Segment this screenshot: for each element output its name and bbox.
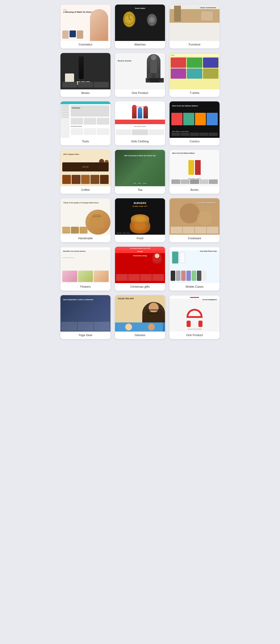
watch-big (123, 11, 135, 27)
phone-7 (202, 270, 207, 281)
coffee-prod-1 (62, 175, 71, 184)
coffee-mid: SHOP NOW (62, 162, 109, 172)
card-tools[interactable]: Chainsaws FEATURED BRANDS Tools (60, 102, 110, 145)
headphones-subtitle-text: Superior Sound Quality (188, 328, 202, 330)
food-headline-line2: IN NEW YORK CITY (132, 206, 147, 207)
card-books-light[interactable]: More from the Wokiee Editors Best seller… (170, 150, 220, 194)
xmas-santa (153, 252, 162, 264)
cw-cell-4 (207, 227, 218, 234)
watches-headline: Swiss Made (135, 7, 145, 9)
tshirts-nav (170, 54, 220, 56)
book-small-5 (209, 180, 218, 184)
hp-ear-right (198, 321, 203, 327)
card-tea[interactable]: We're Excited to Offer the Finest Tea Te… (115, 150, 165, 194)
handmade-label: Handmade (60, 235, 110, 242)
bd-item-1 (62, 82, 77, 88)
product-grid: wokiee A Blessing of Water for Every Ski… (60, 4, 220, 339)
svg-point-17 (125, 324, 132, 330)
nav-dot-2 (172, 55, 173, 56)
cw-cell-3 (195, 227, 206, 234)
preview-tea: We're Excited to Offer the Finest Tea Te… (115, 150, 165, 186)
tool-cell-1 (71, 118, 83, 124)
yoga-prod-3 (94, 322, 110, 331)
scooter-body (146, 78, 164, 82)
hp-arc (187, 309, 203, 318)
coffee-bar-text: SHOP NOW (82, 166, 89, 168)
headphones-headline: On-ear Headphone (203, 298, 217, 300)
food-label: Food (115, 235, 165, 242)
card-watches[interactable]: Swiss Made Watches (115, 4, 165, 48)
bd-item-2 (78, 82, 93, 88)
santa-face (155, 254, 159, 258)
tools-header (60, 102, 110, 104)
card-headphones[interactable]: On-ear Headphone Superior Sound Quality … (170, 295, 220, 339)
xmas-title: Christmas Shop (133, 255, 147, 257)
burger-image (130, 218, 150, 234)
tea-headline-text: We're Excited to Offer the Finest Tea (124, 155, 156, 157)
card-handmade[interactable]: Tribute to the quality of everyday leath… (60, 198, 110, 242)
coffee-prod-2 (72, 175, 80, 184)
tshirt-cell-1 (171, 58, 186, 68)
kids-price: Denim from $9.99 (134, 106, 146, 107)
headphones-nav (170, 296, 220, 298)
chainsaws-label: Chainsaws (72, 107, 80, 109)
coffee-headline: 100% Original Coffee (63, 153, 79, 155)
preview-furniture: Classic Scandinavian (170, 4, 220, 41)
card-christmas[interactable]: Free standard shipping orders of $65 WOK… (115, 247, 165, 290)
books-dark-bottom (62, 82, 109, 88)
card-scooter[interactable]: Electric Scooter One Product (115, 53, 165, 97)
preview-yoga: New Inspiration, Colors, Collection (60, 295, 110, 332)
tea-tag-3: Waves (143, 182, 147, 184)
card-comics[interactable]: More from the Wokiee Editors Best seller… (170, 102, 220, 145)
card-furniture[interactable]: Classic Scandinavian Furniture (170, 4, 220, 48)
handmade-image (85, 210, 110, 235)
phone-6 (197, 270, 201, 281)
card-glasses[interactable]: SALES 70% OFF Glasses (115, 295, 165, 339)
card-mobile[interactable]: Your Ideal Phone Case Mobile Cases (170, 247, 220, 290)
card-kids[interactable]: Denim from $9.99 Best Sellers from $5.99… (115, 102, 165, 145)
tool-cell-3 (97, 118, 109, 124)
card-yoga[interactable]: New Inspiration, Colors, Collection Yoga… (60, 295, 110, 339)
phone-4 (186, 270, 191, 281)
tools-sidebar-item-5 (61, 114, 69, 116)
card-books-dark[interactable]: Books (60, 53, 110, 97)
card-food[interactable]: BURGERS IN NEW YORK CITY Open Hours Loca… (115, 198, 165, 242)
headphones-subtitle: Superior Sound Quality (188, 328, 202, 330)
coffee-label: Coffee (60, 186, 110, 194)
nav-dot-1 (171, 55, 172, 56)
furniture-item1 (174, 6, 181, 22)
cosmetics-product-2 (69, 30, 76, 37)
tools-sidebar-item-6 (61, 116, 69, 118)
kids-prod-2 (132, 130, 148, 135)
food-info-3: Phone (127, 232, 130, 234)
flowers-nav (60, 248, 110, 250)
comics-subtitle-text: Best sellers in comic books (172, 131, 189, 132)
card-coffee[interactable]: 100% Original Coffee SHOP NOW Coffee (60, 150, 110, 194)
card-cosmetics[interactable]: wokiee A Blessing of Water for Every Ski… (60, 4, 110, 48)
handmade-bag (90, 216, 104, 228)
svg-rect-7 (150, 60, 157, 73)
tools-sidebar-item-3 (61, 110, 69, 111)
brand-cell-3 (97, 128, 109, 135)
handmade-delivery-text: Free same day delivery (63, 232, 75, 233)
glasses-label: Glasses (115, 332, 165, 339)
phone-5 (192, 270, 196, 281)
svg-point-6 (151, 55, 156, 60)
tshirts-grid (171, 58, 218, 79)
phone-2 (176, 270, 180, 281)
burger-top (131, 214, 149, 223)
food-headline: BURGERS IN NEW YORK CITY (132, 202, 147, 208)
yoga-label: Yoga Gear (60, 332, 110, 339)
xmas-shipping: Free standard shipping orders of $65 (130, 248, 150, 249)
card-tshirts[interactable]: Socials Make The Difference T-shirts (170, 53, 220, 97)
tools-product-grid (71, 118, 109, 124)
yoga-headline: New Inspiration, Colors, Collection (63, 298, 93, 301)
coffee-prod-5 (100, 175, 109, 184)
books-light-headline: More from the Wokiee Editors (172, 152, 195, 154)
tools-main: Chainsaws FEATURED BRANDS (69, 104, 110, 138)
flowers-label: Flowers (60, 283, 110, 290)
svg-point-13 (149, 303, 159, 313)
card-cookware[interactable]: Cookware Appliances Cookware (170, 198, 220, 242)
card-flowers[interactable]: Beautiful new season blooms Free same da… (60, 247, 110, 290)
preview-glasses: SALES 70% OFF (115, 295, 165, 332)
